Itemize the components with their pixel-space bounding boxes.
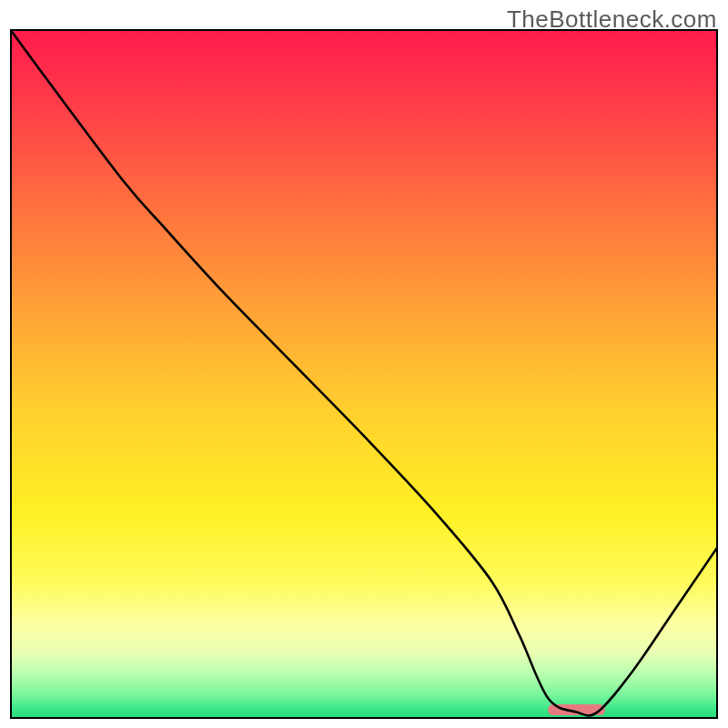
curve-layer <box>10 29 718 719</box>
chart-frame: TheBottleneck.com <box>0 0 728 728</box>
plot-area <box>10 29 718 719</box>
watermark-text: TheBottleneck.com <box>507 5 717 34</box>
bottleneck-curve <box>10 29 718 715</box>
